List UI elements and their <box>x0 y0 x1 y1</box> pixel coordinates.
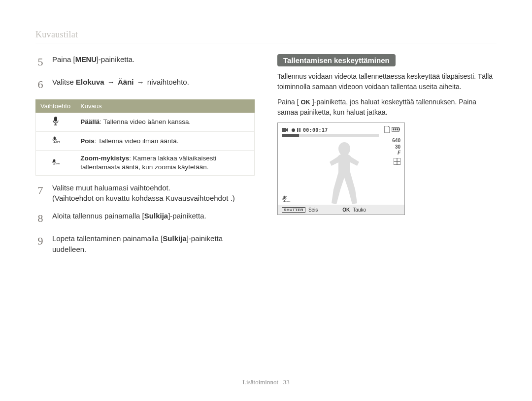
svg-text:ZOOM: ZOOM <box>55 163 60 165</box>
page: Kuvaustilat 5 Paina [MENU]-painiketta. 6… <box>0 0 532 401</box>
menu-keyword: MENU <box>75 55 97 63</box>
recording-time: 00:00:17 <box>303 127 328 133</box>
bold-term: Ääni <box>118 78 134 86</box>
stop-label: Seis <box>308 207 318 213</box>
svg-rect-14 <box>297 128 299 132</box>
pause-label: Tauko <box>353 207 366 213</box>
step-text: Aloita tallennus painamalla [Sulkija]-pa… <box>52 211 206 226</box>
text-fragment: Aloita tallennus painamalla [ <box>52 212 144 220</box>
step-number: 9 <box>35 233 45 255</box>
bold-term: Sulkija <box>144 212 168 220</box>
footer-page-number: 33 <box>283 378 290 386</box>
svg-rect-0 <box>54 117 57 122</box>
page-footer: Lisätoiminnot 33 <box>0 378 532 386</box>
option-name: Pois <box>80 137 95 145</box>
step-9: 9 Lopeta tallentaminen painamalla [Sulki… <box>35 233 255 255</box>
svg-rect-3 <box>53 136 55 140</box>
step-text: Lopeta tallentaminen painamalla [Sulkija… <box>52 233 255 255</box>
ok-action-label: OK Tauko <box>342 207 366 213</box>
step-line: Valitse muut haluamasi vaihtoehdot. <box>52 183 235 193</box>
record-progress-bar <box>282 134 379 137</box>
battery-icon <box>392 127 400 133</box>
step-number: 6 <box>35 77 45 93</box>
svg-rect-18 <box>393 128 394 130</box>
text-fragment: Paina [ <box>277 98 300 106</box>
ok-badge: OK <box>342 207 350 213</box>
text-fragment: Valitse <box>52 78 76 86</box>
subsection-heading: Tallentamisen keskeyttäminen <box>277 54 396 66</box>
ok-keyword: OK <box>300 98 310 106</box>
option-name: Zoom-mykistys <box>80 154 129 162</box>
svg-rect-12 <box>282 128 286 132</box>
arrow-separator: → <box>104 78 118 86</box>
subject-silhouette-icon <box>322 140 366 204</box>
step-text: Valitse muut haluamasi vaihtoehdot. (Vai… <box>52 183 235 204</box>
movie-mode-icon <box>282 127 289 132</box>
step-text: Valitse Elokuva → Ääni → nivaihtoehto. <box>52 77 189 93</box>
shutter-badge: SHUTTER <box>282 207 305 213</box>
metering-mode-icon <box>394 158 400 167</box>
table-row: Päällä: Tallenna video äänen kanssa. <box>35 113 255 131</box>
fps-value: 30 <box>395 144 400 150</box>
options-table: Vaihtoehto Kuvaus Päällä: Tallenna video… <box>35 99 255 176</box>
record-dot-icon <box>292 128 295 132</box>
text-fragment: nivaihtoehto. <box>147 78 189 86</box>
pause-indicator-icon <box>297 127 300 133</box>
table-header-description: Kuvaus <box>75 99 255 113</box>
preview-bottom-bar: SHUTTER Seis OK Tauko <box>278 205 404 215</box>
microphone-on-icon <box>52 120 60 127</box>
step-number: 8 <box>35 211 45 226</box>
section-heading: Kuvaustilat <box>35 30 497 43</box>
table-header-option: Vaihtoehto <box>35 99 75 113</box>
resolution-indicator: 640 <box>392 138 400 144</box>
svg-rect-15 <box>299 128 301 132</box>
option-text: : Tallenna video äänen kanssa. <box>100 118 191 125</box>
option-icon-cell: OFF <box>35 132 75 151</box>
sd-card-icon <box>384 126 390 134</box>
bold-term: Sulkija <box>163 234 186 243</box>
microphone-off-icon: OFF <box>52 138 60 146</box>
record-progress-fill <box>282 134 299 137</box>
table-row: ZOOM Zoom-mykistys: Kamera lakkaa väliai… <box>35 151 255 176</box>
step-number: 5 <box>35 54 45 70</box>
svg-text:OFF: OFF <box>56 141 59 143</box>
camera-preview-illustration: 00:00:17 640 30 F <box>277 123 405 215</box>
left-column: 5 Paina [MENU]-painiketta. 6 Valitse Elo… <box>35 54 255 262</box>
step-6: 6 Valitse Elokuva → Ääni → nivaihtoehto. <box>35 77 255 93</box>
svg-rect-17 <box>399 128 400 130</box>
option-icon-cell: ZOOM <box>35 151 75 176</box>
shutter-action-label: SHUTTER Seis <box>282 207 318 213</box>
option-description: Pois: Tallenna video ilman ääntä. <box>75 132 255 151</box>
preview-right-indicators: 640 30 F <box>392 138 400 166</box>
two-column-layout: 5 Paina [MENU]-painiketta. 6 Valitse Elo… <box>35 54 497 262</box>
right-column: Tallentamisen keskeyttäminen Tallennus v… <box>277 54 497 262</box>
bold-term: Elokuva <box>76 78 104 86</box>
paragraph: Tallennus voidaan videota tallennettaess… <box>277 71 497 92</box>
step-8: 8 Aloita tallennus painamalla [Sulkija]-… <box>35 211 255 226</box>
option-description: Zoom-mykistys: Kamera lakkaa väliaikaise… <box>75 151 255 176</box>
paragraph: Paina [ OK ]-painiketta, jos haluat kesk… <box>277 97 497 118</box>
option-name: Päällä <box>80 118 100 125</box>
table-row: OFF Pois: Tallenna video ilman ääntä. <box>35 132 255 151</box>
svg-marker-13 <box>286 128 288 132</box>
step-text: Paina [MENU]-painiketta. <box>52 54 134 70</box>
footer-section-name: Lisätoiminnot <box>242 378 278 386</box>
text-fragment: ]-painiketta. <box>168 212 206 220</box>
svg-text:zoom: zoom <box>286 200 290 202</box>
step-5: 5 Paina [MENU]-painiketta. <box>35 54 255 70</box>
step-7: 7 Valitse muut haluamasi vaihtoehdot. (V… <box>35 183 255 204</box>
fps-unit: F <box>398 150 400 155</box>
step-number: 7 <box>35 183 45 204</box>
preview-status-bar: 00:00:17 <box>282 126 400 134</box>
svg-rect-20 <box>397 128 398 130</box>
microphone-zoom-mute-icon: ZOOM <box>52 160 60 168</box>
option-text: : Tallenna video ilman ääntä. <box>95 137 179 145</box>
arrow-separator: → <box>133 78 147 86</box>
text-fragment: Lopeta tallentaminen painamalla [ <box>52 234 163 243</box>
audio-mode-icon: zoom <box>282 195 291 205</box>
option-description: Päällä: Tallenna video äänen kanssa. <box>75 113 255 131</box>
svg-rect-19 <box>395 128 396 130</box>
step-line: (Vaihtoehdot on kuvattu kohdassa Kuvausv… <box>52 193 235 204</box>
option-icon-cell <box>35 113 75 131</box>
text-fragment: Paina [ <box>52 55 75 63</box>
